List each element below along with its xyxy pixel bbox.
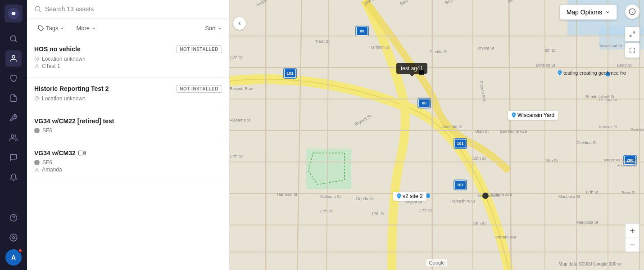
svg-point-4 (12, 55, 15, 58)
svg-text:Harrison St: Harrison St (277, 192, 298, 197)
driver-text: Amanda (42, 166, 62, 173)
asset-location: Location unknown (34, 95, 222, 102)
info-icon (629, 8, 636, 15)
group-text: SF6 (42, 127, 52, 134)
info-button[interactable] (625, 4, 639, 19)
more-label: More (76, 25, 90, 32)
table-row[interactable]: VG34 w/CM22 [retired] test SF6 (27, 110, 229, 142)
svg-text:101: 101 (457, 183, 463, 187)
zoom-in-button[interactable]: + (625, 223, 639, 238)
nav-documents[interactable] (5, 90, 22, 106)
zoom-out-button[interactable]: − (625, 238, 639, 252)
svg-text:Mariposa St: Mariposa St (576, 220, 599, 225)
group-dot-icon (34, 128, 40, 133)
driver-text: CTest 1 (42, 63, 60, 69)
driver-icon (34, 167, 39, 172)
status-badge: NOT INSTALLED (176, 45, 222, 53)
collapse-icon (237, 21, 242, 26)
group-text: SF6 (42, 159, 52, 166)
svg-text:17th St: 17th St (320, 209, 333, 213)
location-text: Location unknown (42, 95, 86, 102)
fit-map-icon (629, 31, 635, 37)
app-logo[interactable] (5, 4, 23, 22)
svg-text:Bryant St: Bryant St (477, 46, 494, 50)
svg-point-12 (36, 58, 37, 59)
sort-button[interactable]: Sort (205, 25, 222, 32)
table-row[interactable]: Historic Reporting Test 2 NOT INSTALLED … (27, 78, 229, 110)
svg-text:Connecticut St: Connecticut St (630, 127, 644, 131)
search-icon (34, 5, 41, 13)
svg-text:17th St: 17th St (419, 208, 432, 212)
svg-text:11th St: 11th St (230, 55, 243, 59)
svg-text:16th St: 16th St (473, 156, 486, 161)
svg-point-5 (11, 135, 14, 137)
svg-text:Florida St: Florida St (430, 50, 448, 54)
user-avatar[interactable]: A (5, 249, 22, 266)
svg-text:16th St: 16th St (545, 158, 558, 163)
svg-text:Harrison St: Harrison St (369, 45, 390, 50)
svg-text:Arkansas St: Arkansas St (617, 163, 637, 167)
status-badge: NOT INSTALLED (176, 85, 222, 93)
svg-point-1 (12, 12, 15, 15)
table-row[interactable]: VG34 w/CM32 SF6 Amanda (27, 142, 229, 181)
search-bar (27, 0, 229, 18)
svg-text:Treat St: Treat St (315, 39, 330, 44)
fit-map-button[interactable] (625, 27, 639, 41)
nav-compliance[interactable] (5, 70, 22, 86)
map-options-button[interactable]: Map Options (560, 4, 617, 20)
group-dot-icon (34, 160, 40, 165)
asset-group: SF6 (34, 127, 222, 134)
camera-icon (78, 149, 86, 157)
nav-help[interactable] (5, 210, 22, 226)
location-icon (34, 57, 39, 62)
svg-text:Hampshire St: Hampshire St (450, 199, 475, 203)
nav-assets[interactable] (5, 50, 22, 67)
nav-maintenance[interactable] (5, 110, 22, 126)
svg-text:18th St: 18th St (473, 221, 486, 226)
nav-drivers[interactable] (5, 130, 22, 146)
asset-name: VG34 w/CM22 [retired] test (34, 117, 114, 125)
svg-text:Florida St: Florida St (356, 197, 373, 201)
collapse-panel-button[interactable] (233, 17, 246, 30)
svg-point-109 (482, 193, 489, 199)
asset-name: HOS no vehicle (34, 45, 81, 53)
svg-text:Utah St: Utah St (475, 129, 489, 134)
asset-driver: Amanda (34, 166, 222, 173)
svg-rect-18 (230, 0, 644, 270)
notification-badge (18, 248, 23, 253)
svg-text:De Haro St: De Haro St (599, 98, 617, 102)
tags-label: Tags (46, 25, 58, 32)
map-copyright: Map data ©2020 Google 100 m (558, 261, 621, 266)
google-watermark: Google (426, 259, 447, 266)
nav-search[interactable] (5, 31, 22, 47)
svg-text:80: 80 (360, 29, 364, 33)
more-filter-button[interactable]: More (73, 23, 100, 33)
svg-text:Mariposa St: Mariposa St (558, 194, 581, 199)
wiscansin-yard-label: Wiscansin Yard (508, 111, 558, 120)
table-row[interactable]: HOS no vehicle NOT INSTALLED Location un… (27, 38, 229, 78)
map-container[interactable]: 101 80 80 101 101 280 (230, 0, 644, 270)
svg-line-115 (630, 35, 632, 36)
nav-messages[interactable] (5, 149, 22, 166)
fullscreen-button[interactable] (625, 43, 639, 58)
svg-line-114 (633, 32, 635, 34)
tags-filter-button[interactable]: Tags (34, 23, 68, 33)
svg-rect-16 (78, 151, 83, 155)
fullscreen-icon (629, 47, 635, 54)
search-input[interactable] (45, 5, 222, 13)
svg-point-9 (35, 6, 40, 11)
svg-text:Wisconsin St: Wisconsin St (603, 158, 625, 162)
svg-text:Kansas St: Kansas St (599, 125, 618, 129)
svg-text:17th St: 17th St (230, 154, 243, 158)
nav-alerts[interactable] (5, 169, 22, 185)
svg-point-8 (13, 237, 15, 239)
svg-point-17 (36, 168, 38, 170)
svg-marker-15 (83, 152, 85, 155)
asset-driver: CTest 1 (34, 63, 222, 69)
map-tooltip: test ag41 (396, 63, 427, 74)
svg-text:Alabama St: Alabama St (320, 194, 341, 199)
asset-list: HOS no vehicle NOT INSTALLED Location un… (27, 38, 229, 270)
asset-name: VG34 w/CM32 (34, 149, 76, 157)
nav-settings[interactable] (5, 230, 22, 246)
sort-label: Sort (205, 25, 216, 32)
